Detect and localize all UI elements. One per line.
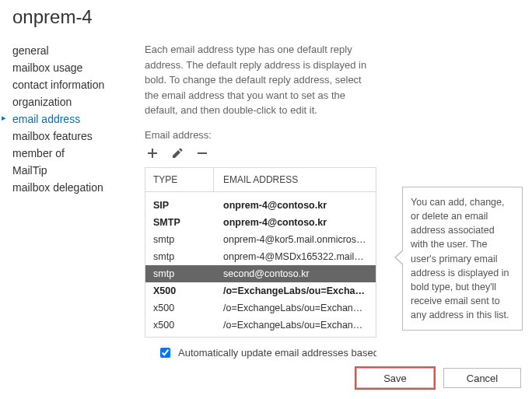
column-header-type[interactable]: TYPE [145,168,214,191]
sidebar-item-contact-information[interactable]: contact information [9,76,145,93]
email-address-label: Email address: [145,129,523,141]
cell-address: second@contoso.kr [214,265,376,282]
cell-address: onprem-4@kor5.mail.onmicrosoft... [214,231,376,248]
sidebar-item-mailbox-features[interactable]: mailbox features [9,128,145,145]
auto-update-checkbox-row: Automatically update email addresses bas… [145,347,376,359]
table-row[interactable]: smtpsecond@contoso.kr [145,265,376,282]
cell-type: SMTP [145,214,214,231]
table-row[interactable]: X500/o=ExchangeLabs/ou=Exchange... [145,282,376,299]
sidebar: generalmailbox usagecontact informationo… [9,42,145,196]
cancel-button[interactable]: Cancel [443,368,521,388]
cell-type: smtp [145,248,214,265]
column-header-address[interactable]: EMAIL ADDRESS [214,168,376,191]
cell-type: x500 [145,299,214,317]
remove-icon[interactable] [196,147,208,159]
table-row[interactable]: smtponprem-4@kor5.mail.onmicrosoft... [145,231,376,248]
table-row[interactable]: smtponprem-4@MSDx165322.mail.on... [145,248,376,265]
auto-update-checkbox[interactable] [160,348,170,358]
cell-address: onprem-4@contoso.kr [214,197,376,214]
page-title: onprem-4 [12,6,523,28]
cell-address: /o=ExchangeLabs/ou=Exchange... [214,282,376,299]
table-row[interactable]: x500/o=ExchangeLabs/ou=Exchange ... [145,299,376,317]
email-address-description: Each email address type has one default … [145,42,376,118]
cell-address: onprem-4@contoso.kr [214,214,376,231]
sidebar-item-MailTip[interactable]: MailTip [9,162,145,179]
sidebar-item-organization[interactable]: organization [9,93,145,110]
email-address-table: TYPE EMAIL ADDRESS SIPonprem-4@contoso.k… [145,167,376,338]
sidebar-item-mailbox-usage[interactable]: mailbox usage [9,59,145,76]
svg-rect-0 [198,152,207,154]
sidebar-item-mailbox-delegation[interactable]: mailbox delegation [9,179,145,196]
sidebar-item-general[interactable]: general [9,42,145,59]
add-icon[interactable] [146,147,159,159]
cell-address: /o=ExchangeLabs/ou=Exchange ... [214,317,376,334]
cell-address: onprem-4@MSDx165322.mail.on... [214,248,376,265]
edit-icon[interactable] [171,147,184,159]
cell-type: smtp [145,231,214,248]
cell-address: /o=ExchangeLabs/ou=Exchange ... [214,299,376,317]
table-row[interactable]: SIPonprem-4@contoso.kr [145,195,376,214]
cell-type: smtp [145,265,214,282]
sidebar-item-member-of[interactable]: member of [9,145,145,162]
email-toolbar [146,147,523,159]
save-button[interactable]: Save [356,368,434,388]
auto-update-label: Automatically update email addresses bas… [178,347,376,359]
help-callout: You can add, change, or delete an email … [402,187,523,331]
sidebar-item-email-address[interactable]: email address [9,110,145,128]
cell-type: X500 [145,282,214,299]
table-row[interactable]: SMTPonprem-4@contoso.kr [145,214,376,231]
cell-type: SIP [145,197,214,214]
table-row[interactable]: x500/o=ExchangeLabs/ou=Exchange ... [145,317,376,334]
cell-type: x500 [145,317,214,334]
